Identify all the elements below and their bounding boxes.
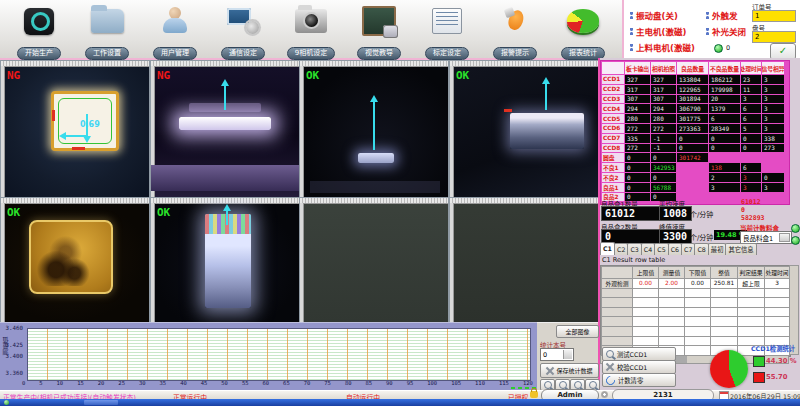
chart-plot-area[interactable]	[27, 328, 531, 381]
arrow-up-icon	[542, 77, 550, 84]
toolbar-camera-settings[interactable]: 9相机设定	[278, 2, 344, 56]
windows-taskbar[interactable]	[0, 399, 800, 406]
camera-view-8[interactable]	[449, 197, 599, 323]
stat-number-input[interactable]: 0	[540, 348, 574, 361]
result-cell: 3	[765, 279, 789, 288]
order-number-input[interactable]: 1	[752, 10, 796, 22]
tab-C1[interactable]: C1	[600, 242, 615, 255]
table-cell: 3	[762, 114, 784, 123]
toolbar-user-management[interactable]: 用户管理	[142, 2, 208, 56]
test-ccd1-button[interactable]: 测试CCD1	[602, 347, 676, 361]
table-cell: 0	[625, 163, 650, 172]
result-cell: 0.00	[685, 279, 710, 288]
all-images-button[interactable]: 全部图像	[556, 325, 599, 338]
table-cell: 294	[651, 104, 676, 113]
x-tick: 75	[324, 380, 331, 386]
toolbar-vision-teach[interactable]: 视觉教导	[346, 2, 412, 56]
result-cell-empty	[602, 327, 632, 336]
spinner[interactable]	[563, 350, 572, 359]
x-tick: 10	[57, 380, 64, 386]
tray-number-input[interactable]: 2	[752, 31, 796, 43]
camera-view-5[interactable]: OK	[0, 197, 150, 323]
tab-C4[interactable]: C4	[641, 243, 655, 255]
table-cell: 3	[741, 173, 761, 182]
refresh-icon	[604, 374, 617, 387]
table-cell: 338	[762, 134, 784, 143]
table-cell: 3	[762, 75, 784, 84]
tab-其它信息[interactable]: 其它信息	[725, 243, 756, 255]
tab-C3[interactable]: C3	[627, 243, 641, 255]
result-cell-empty	[738, 289, 764, 298]
toolbar-report[interactable]: 报表统计	[550, 2, 616, 56]
table-cell: 138	[709, 163, 740, 172]
start-production-icon	[24, 8, 54, 35]
result-cell-empty	[602, 317, 632, 326]
camera-view-7[interactable]	[299, 197, 449, 323]
stage	[310, 181, 440, 193]
result-tag: OK	[456, 69, 469, 82]
start-button-icon[interactable]	[4, 400, 9, 405]
feed-motor-status-label[interactable]: 上料电机(激磁)	[630, 41, 695, 53]
clear-count-button[interactable]: 计数清零	[602, 373, 676, 387]
left-rail	[1, 203, 5, 322]
toolbar-label: 9相机设定	[287, 47, 335, 60]
camera-view-1[interactable]: NG 0.69	[0, 60, 150, 198]
table-cell	[709, 153, 740, 162]
verify-ccd1-button[interactable]: 校验CCD1	[602, 360, 676, 374]
save-statistics-button[interactable]: 保存统计数据	[540, 363, 599, 378]
result-cell-empty	[685, 308, 710, 317]
result-cell-empty	[659, 308, 684, 317]
camera-view-3[interactable]: OK	[299, 60, 449, 198]
toolbar-work-settings[interactable]: 工作设置	[74, 2, 140, 56]
vibration-status-label[interactable]: 振动盘(关)	[630, 9, 678, 21]
camera-view-6[interactable]: OK	[150, 197, 300, 323]
result-cell: 0.00	[633, 279, 658, 288]
tab-C8[interactable]: C8	[694, 243, 708, 255]
main-motor-status-label[interactable]: 主电机(激磁)	[630, 25, 686, 37]
result-header: 下限值	[685, 267, 710, 278]
x-tick: 35	[160, 380, 167, 386]
tab-C2[interactable]: C2	[614, 243, 628, 255]
toolbar-calibration[interactable]: 标定设定	[414, 2, 480, 56]
tab-C6[interactable]: C6	[668, 243, 682, 255]
inspected-part	[29, 220, 113, 294]
camera-view-4[interactable]: OK	[449, 60, 599, 198]
arrow-up-icon	[223, 204, 231, 211]
result-cell-empty	[765, 327, 789, 336]
vision-teach-icon	[362, 6, 396, 36]
taskbar-item[interactable]	[84, 400, 118, 405]
magnifier-fit-icon	[589, 381, 597, 389]
fill-light-label[interactable]: 补光关闭	[706, 25, 746, 37]
camera-view-2[interactable]: NG	[150, 60, 300, 198]
table-cell: 122965	[677, 85, 708, 94]
machine-control-panel: 振动盘(关) 主电机(激磁) 上料电机(激磁) 外触发 补光关闭 0 订单号 1…	[622, 0, 800, 60]
toolbar-start-production[interactable]: 开始生产	[6, 2, 72, 56]
trigger-led	[714, 44, 723, 53]
tab-最初[interactable]: 最初	[708, 243, 727, 255]
tab-C5[interactable]: C5	[654, 243, 668, 255]
stat-number-value: 0	[543, 351, 547, 359]
surface-marks	[205, 214, 251, 234]
left-rail	[300, 66, 304, 197]
tab-C7[interactable]: C7	[681, 243, 695, 255]
table-cell: 0	[709, 134, 740, 143]
table-cell: 307	[625, 95, 650, 104]
x-tick: 20	[98, 380, 105, 386]
trigger-counter: 0	[726, 44, 730, 52]
toolbar-communication[interactable]: 通信设定	[210, 2, 276, 56]
x-tick: 70	[304, 380, 311, 386]
result-cell-empty	[633, 308, 658, 317]
result-cell-empty	[633, 327, 658, 336]
result-vscrollbar[interactable]	[789, 265, 799, 355]
ruler-strip	[1, 198, 149, 204]
button-label: 校验CCD1	[617, 363, 647, 372]
result-header: 判定结果	[738, 267, 764, 278]
external-trigger-label[interactable]: 外触发	[706, 9, 738, 21]
peak-speed-unit: 个/分钟	[690, 232, 713, 242]
table-cell: 0	[625, 183, 650, 192]
toolbar-alarm[interactable]: 报警提示	[482, 2, 548, 56]
gear-icon[interactable]	[601, 391, 608, 398]
toolbar-label: 视觉教导	[357, 47, 401, 60]
result-cell-empty	[685, 298, 710, 307]
report-icon	[567, 9, 599, 33]
